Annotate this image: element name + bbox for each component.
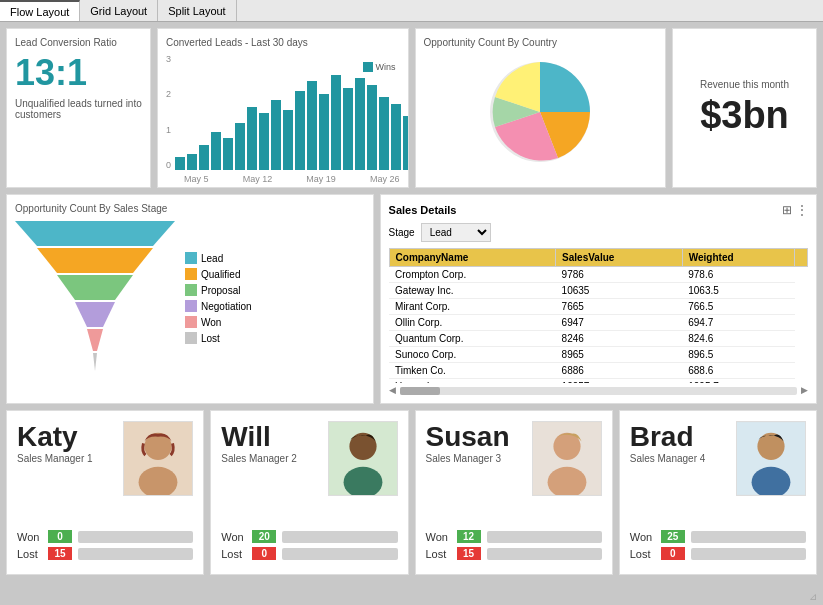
- won-badge: 12: [457, 530, 481, 543]
- converted-leads-card: Converted Leads - Last 30 days 0 1 2 3 W…: [157, 28, 409, 188]
- cell-0-1: 9786: [556, 267, 683, 283]
- pie-chart-title: Opportunity Count By Country: [424, 37, 658, 48]
- scroll-right-btn[interactable]: ▶: [801, 385, 808, 395]
- table-row[interactable]: Mirant Corp.7665766.5: [389, 299, 807, 315]
- person-name: Will: [221, 421, 317, 453]
- person-top: Katy Sales Manager 1: [17, 421, 193, 524]
- won-label: Won: [221, 531, 246, 543]
- bar: [307, 81, 317, 170]
- row3: Katy Sales Manager 1 Won 0: [6, 410, 817, 575]
- legend-lost: Lost: [185, 332, 252, 344]
- bar: [367, 85, 377, 171]
- person-top: Will Sales Manager 2: [221, 421, 397, 524]
- person-photo: [532, 421, 602, 496]
- cell-7-0: Unova Inc.: [389, 379, 556, 384]
- bar: [331, 75, 341, 170]
- bar: [403, 116, 408, 170]
- person-top: Brad Sales Manager 4: [630, 421, 806, 524]
- person-role: Sales Manager 3: [426, 453, 522, 464]
- bar: [391, 104, 401, 171]
- legend-proposal: Proposal: [185, 284, 252, 296]
- more-icon[interactable]: ⋮: [796, 203, 808, 217]
- won-badge: 0: [48, 530, 72, 543]
- person-stats: Won 25 Lost 0: [630, 530, 806, 564]
- lost-badge: 15: [457, 547, 481, 560]
- funnel-legend: Lead Qualified Proposal Negotiation: [185, 252, 252, 344]
- bar: [247, 107, 257, 170]
- h-scrollbar-track[interactable]: [400, 387, 797, 395]
- y-label-2: 2: [166, 89, 171, 99]
- cell-7-2: 1095.7: [682, 379, 794, 384]
- table-row[interactable]: Timken Co.6886688.6: [389, 363, 807, 379]
- h-scrollbar: ◀ ▶: [389, 385, 808, 395]
- person-photo: [736, 421, 806, 496]
- col-company: CompanyName: [389, 249, 556, 267]
- table-scroll[interactable]: CompanyName SalesValue Weighted Crompton…: [389, 248, 808, 383]
- won-badge: 25: [661, 530, 685, 543]
- lost-label: Lost: [426, 548, 451, 560]
- person-name: Katy: [17, 421, 113, 453]
- expand-icon[interactable]: ⊞: [782, 203, 792, 217]
- bar: [271, 100, 281, 170]
- table-row[interactable]: Quantum Corp.8246824.6: [389, 331, 807, 347]
- lost-label: Lost: [630, 548, 655, 560]
- scroll-left-btn[interactable]: ◀: [389, 385, 396, 395]
- bar: [259, 113, 269, 170]
- won-label: Won: [17, 531, 42, 543]
- bar: [199, 145, 209, 170]
- revenue-card: Revenue this month $3bn: [672, 28, 817, 188]
- funnel-container: Lead Qualified Proposal Negotiation: [15, 218, 365, 378]
- y-label-1: 1: [166, 125, 171, 135]
- legend-color-lost: [185, 332, 197, 344]
- dashboard: Lead Conversion Ratio 13:1 Unqualified l…: [0, 22, 823, 605]
- table-row[interactable]: Ollin Corp.6947694.7: [389, 315, 807, 331]
- tab-flow-layout[interactable]: Flow Layout: [0, 0, 80, 21]
- x-label-may19: May 19: [306, 174, 336, 184]
- cell-3-2: 694.7: [682, 315, 794, 331]
- person-card-katy: Katy Sales Manager 1 Won 0: [6, 410, 204, 575]
- funnel-title: Opportunity Count By Sales Stage: [15, 203, 365, 214]
- person-top: Susan Sales Manager 3: [426, 421, 602, 524]
- table-row[interactable]: Unova Inc.109571095.7: [389, 379, 807, 384]
- person-name: Brad: [630, 421, 726, 453]
- won-row: Won 12: [426, 530, 602, 543]
- pie-chart-svg: [480, 52, 600, 172]
- bar: [175, 157, 185, 170]
- cell-6-1: 6886: [556, 363, 683, 379]
- x-label-may12: May 12: [243, 174, 273, 184]
- tab-split-layout[interactable]: Split Layout: [158, 0, 236, 21]
- bar-x-labels: May 5 May 12 May 19 May 26: [166, 174, 400, 184]
- table-body: Crompton Corp.9786978.6Gateway Inc.10635…: [389, 267, 807, 384]
- x-label-may5: May 5: [184, 174, 209, 184]
- legend-label-negotiation: Negotiation: [201, 301, 252, 312]
- cell-4-1: 8246: [556, 331, 683, 347]
- tab-grid-layout[interactable]: Grid Layout: [80, 0, 158, 21]
- cell-2-1: 7665: [556, 299, 683, 315]
- cell-1-1: 10635: [556, 283, 683, 299]
- table-row[interactable]: Gateway Inc.106351063.5: [389, 283, 807, 299]
- table-row[interactable]: Sunoco Corp.8965896.5: [389, 347, 807, 363]
- funnel-lead: [15, 221, 175, 246]
- legend-label-won: Won: [201, 317, 221, 328]
- revenue-title: Revenue this month: [700, 79, 789, 90]
- lost-row: Lost 15: [17, 547, 193, 560]
- cell-1-2: 1063.5: [682, 283, 794, 299]
- lost-badge: 0: [252, 547, 276, 560]
- resize-handle[interactable]: ⊿: [809, 591, 819, 601]
- person-role: Sales Manager 1: [17, 453, 113, 464]
- stage-select[interactable]: Lead Qualified Proposal: [421, 223, 491, 242]
- y-label-3: 3: [166, 54, 171, 64]
- col-weighted: Weighted: [682, 249, 794, 267]
- funnel-card: Opportunity Count By Sales Stage: [6, 194, 374, 404]
- table-row[interactable]: Crompton Corp.9786978.6: [389, 267, 807, 283]
- legend-negotiation: Negotiation: [185, 300, 252, 312]
- legend-color-won: [185, 316, 197, 328]
- lost-row: Lost 0: [221, 547, 397, 560]
- lost-bar: [487, 548, 602, 560]
- funnel-won: [87, 329, 103, 351]
- person-name: Susan: [426, 421, 522, 453]
- lost-label: Lost: [221, 548, 246, 560]
- funnel-proposal: [57, 275, 133, 300]
- table-header: Sales Details ⊞ ⋮: [389, 203, 808, 217]
- pie-slice-1: [540, 62, 590, 112]
